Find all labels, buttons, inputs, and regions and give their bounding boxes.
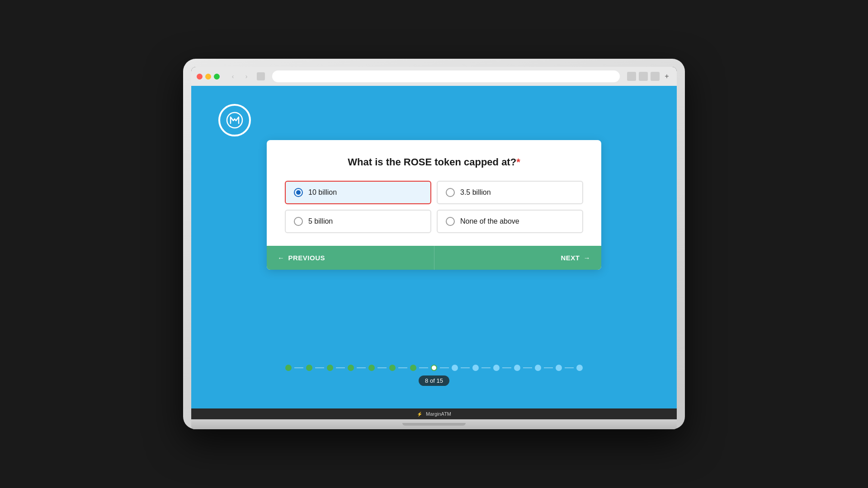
screen-bezel: ‹ › + — [191, 67, 677, 419]
previous-label: PREVIOUS — [288, 254, 326, 262]
quiz-card: What is the ROSE token capped at?* 10 bi… — [267, 140, 601, 270]
previous-button[interactable]: ← PREVIOUS — [267, 246, 434, 270]
progress-dot-5[interactable] — [368, 365, 375, 371]
maximize-window-button[interactable] — [214, 74, 220, 80]
bottom-bar: ⚡ MarginATM — [191, 408, 677, 419]
option-5-billion[interactable]: 5 billion — [285, 210, 431, 233]
coinmarketcap-logo — [218, 104, 251, 136]
laptop-frame: ‹ › + — [183, 59, 685, 429]
option-label-none-of-above: None of the above — [460, 217, 519, 225]
dot-connector-12 — [523, 367, 532, 368]
progress-dot-9[interactable] — [452, 365, 458, 371]
options-grid: 10 billion 3.5 billion 5 billion — [285, 181, 583, 233]
progress-dot-8-current[interactable] — [431, 365, 437, 371]
forward-button[interactable]: › — [241, 71, 252, 81]
new-tab-button[interactable]: + — [662, 72, 671, 81]
progress-label: 8 of 15 — [419, 375, 449, 386]
logo-area — [218, 104, 251, 136]
dot-connector-5 — [377, 367, 387, 368]
settings-button[interactable] — [651, 72, 660, 81]
option-label-10-billion: 10 billion — [308, 188, 337, 197]
radio-5-billion — [294, 217, 303, 226]
dot-connector-6 — [398, 367, 407, 368]
dot-connector-11 — [502, 367, 511, 368]
minimize-window-button[interactable] — [205, 74, 211, 80]
radio-10-billion — [294, 188, 303, 197]
laptop-base — [191, 419, 677, 429]
option-10-billion[interactable]: 10 billion — [285, 181, 431, 204]
option-label-5-billion: 5 billion — [308, 217, 333, 225]
prev-arrow-icon: ← — [278, 254, 285, 262]
back-button[interactable]: ‹ — [227, 71, 239, 81]
progress-dot-3[interactable] — [327, 365, 333, 371]
favicon-icon: ⚡ — [417, 412, 422, 417]
logo-svg — [225, 111, 244, 130]
progress-dot-13[interactable] — [535, 365, 541, 371]
progress-dot-1[interactable] — [285, 365, 292, 371]
traffic-lights — [197, 74, 220, 80]
progress-dot-15[interactable] — [576, 365, 583, 371]
progress-dot-7[interactable] — [410, 365, 416, 371]
tab-icon — [257, 72, 265, 80]
dot-connector-13 — [544, 367, 553, 368]
dot-connector-2 — [315, 367, 324, 368]
dot-connector-7 — [419, 367, 428, 368]
profile-button[interactable] — [639, 72, 648, 81]
dot-connector-3 — [336, 367, 345, 368]
laptop-notch — [402, 423, 466, 426]
question-text: What is the ROSE token capped at?* — [285, 156, 583, 168]
close-window-button[interactable] — [197, 74, 203, 80]
option-3-5-billion[interactable]: 3.5 billion — [437, 181, 583, 204]
progress-dot-10[interactable] — [472, 365, 479, 371]
progress-dot-4[interactable] — [348, 365, 354, 371]
browser-content: What is the ROSE token capped at?* 10 bi… — [191, 86, 677, 408]
dot-connector-1 — [294, 367, 303, 368]
progress-text: 8 of 15 — [425, 377, 443, 384]
nav-buttons: ‹ › — [227, 71, 252, 81]
progress-dots — [285, 365, 583, 371]
next-button[interactable]: NEXT → — [434, 246, 602, 270]
address-bar[interactable] — [272, 70, 620, 82]
radio-none-of-above — [446, 217, 455, 226]
browser-chrome: ‹ › + — [191, 67, 677, 86]
quiz-navigation: ← PREVIOUS NEXT → — [267, 246, 601, 270]
dot-connector-4 — [357, 367, 366, 368]
progress-dot-6[interactable] — [389, 365, 396, 371]
required-star: * — [516, 156, 520, 168]
dot-connector-8 — [440, 367, 449, 368]
site-name-label: MarginATM — [426, 411, 451, 417]
question-label: What is the ROSE token capped at? — [348, 156, 516, 168]
option-label-3-5-billion: 3.5 billion — [460, 188, 491, 197]
radio-selected-indicator — [296, 190, 301, 195]
quiz-body: What is the ROSE token capped at?* 10 bi… — [267, 140, 601, 246]
next-label: NEXT — [561, 254, 580, 262]
extension-button[interactable] — [627, 72, 636, 81]
dot-connector-9 — [461, 367, 470, 368]
progress-dot-2[interactable] — [306, 365, 312, 371]
progress-area: 8 of 15 — [285, 365, 583, 386]
progress-dot-12[interactable] — [514, 365, 520, 371]
dot-connector-10 — [481, 367, 491, 368]
radio-3-5-billion — [446, 188, 455, 197]
progress-dot-11[interactable] — [493, 365, 500, 371]
option-none-of-above[interactable]: None of the above — [437, 210, 583, 233]
progress-dot-14[interactable] — [556, 365, 562, 371]
dot-connector-14 — [565, 367, 574, 368]
next-arrow-icon: → — [584, 254, 591, 262]
browser-actions: + — [627, 72, 671, 81]
